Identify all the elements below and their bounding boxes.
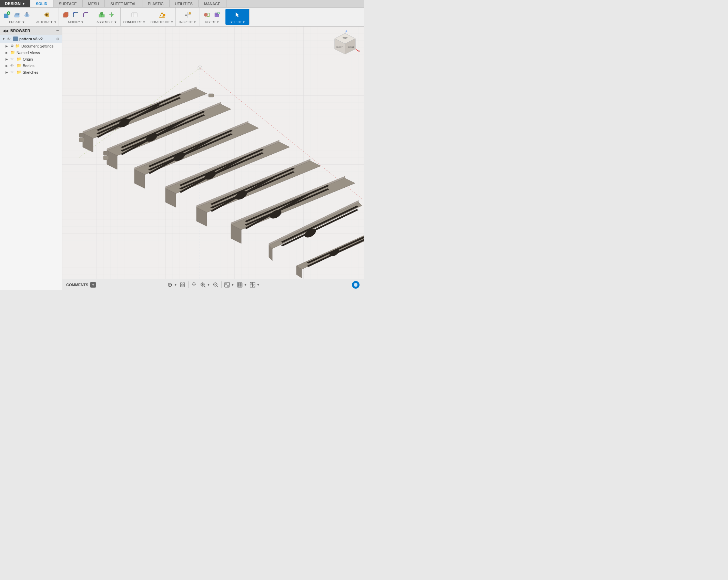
design-button[interactable]: DESIGN ▼	[0, 0, 30, 7]
toolbar-group-create[interactable]: CREATE ▼	[0, 8, 34, 26]
chamfer-icon[interactable]	[81, 10, 91, 20]
sketches-eye[interactable]: 👁	[10, 70, 15, 74]
view-cube[interactable]: TOP FRONT RIGHT Z X	[330, 30, 357, 58]
pan-btn[interactable]	[191, 281, 198, 289]
inspect-label: INSPECT ▼	[179, 20, 196, 24]
browser-header: ◀◀ BROWSER −	[0, 27, 62, 35]
revolve-icon[interactable]	[22, 10, 32, 20]
svg-rect-91	[240, 283, 241, 287]
new-body-icon[interactable]	[2, 10, 12, 20]
automate-icons	[42, 10, 51, 20]
sketches-arrow: ▶	[6, 71, 9, 74]
sidebar: ◀◀ BROWSER − ▼ 👁 pattern v8 v2 ⚙ ▶ ⚙ 📁 D…	[0, 27, 62, 290]
svg-rect-60	[209, 94, 214, 97]
toolbar-group-construct[interactable]: CONSTRUCT ▼	[148, 8, 176, 26]
doc-settings-label: Document Settings	[21, 44, 53, 48]
svg-text:X: X	[358, 50, 360, 52]
toolbar-group-automate[interactable]: AUTOMATE ▼	[34, 8, 59, 26]
inspect-icons	[183, 10, 193, 20]
grid-canvas	[62, 27, 364, 290]
origin-eye[interactable]: 👁	[10, 57, 15, 61]
assemble-label: ASSEMBLE ▼	[97, 20, 117, 24]
extrude-icon[interactable]	[12, 10, 22, 20]
view-mode-btn[interactable]: ▼	[236, 281, 247, 288]
doc-settings-icon[interactable]: ⚙	[56, 37, 60, 41]
toolbar-group-configure[interactable]: CONFIGURE ▼	[121, 8, 148, 26]
tab-manage[interactable]: MANAGE	[199, 0, 226, 7]
display-mode-btn[interactable]: ▼	[224, 281, 234, 288]
insert2-icon[interactable]	[212, 10, 222, 20]
bodies-arrow: ▶	[6, 64, 9, 68]
browser-item-sketches[interactable]: ▶ 👁 📁 Sketches	[0, 69, 62, 75]
viewport[interactable]: TOP FRONT RIGHT Z X	[62, 27, 364, 290]
toolbar-group-assemble[interactable]: ASSEMBLE ▼	[93, 8, 121, 26]
modify-label: MODIFY ▼	[68, 20, 84, 24]
doc-name: pattern v8 v2	[19, 37, 43, 41]
toolbar-group-inspect[interactable]: INSPECT ▼	[176, 8, 200, 26]
select-cursor-icon[interactable]	[233, 10, 242, 20]
toolbar-group-modify[interactable]: MODIFY ▼	[59, 8, 93, 26]
svg-point-31	[204, 13, 208, 17]
configure-label: CONFIGURE ▼	[123, 20, 145, 24]
named-views-folder: 📁	[10, 50, 15, 55]
configure-icon[interactable]	[130, 10, 139, 20]
tab-plastic[interactable]: PLASTIC	[142, 0, 170, 7]
svg-line-70	[355, 49, 358, 51]
svg-rect-12	[99, 14, 102, 17]
browser-minimize[interactable]: −	[56, 28, 59, 33]
insert-icon[interactable]	[202, 10, 212, 20]
add-comment-btn[interactable]: +	[90, 282, 96, 288]
main-content: ◀◀ BROWSER − ▼ 👁 pattern v8 v2 ⚙ ▶ ⚙ 📁 D…	[0, 27, 364, 290]
zoom-btn[interactable]: ▼	[200, 281, 210, 288]
automate-icon[interactable]	[42, 10, 51, 20]
svg-line-80	[204, 286, 205, 287]
toolbar-group-select[interactable]: SELECT ▼	[225, 9, 250, 25]
browser-item-doc-settings[interactable]: ▶ ⚙ 📁 Document Settings	[0, 43, 62, 49]
bodies-label: Bodies	[23, 64, 34, 68]
construct-icons	[157, 10, 167, 20]
tabs-row: DESIGN ▼ SOLID SURFACE MESH SHEET METAL …	[0, 0, 364, 8]
grid-display-btn[interactable]: ▼	[249, 281, 260, 288]
named-views-arrow: ▶	[6, 51, 9, 54]
sketches-label: Sketches	[23, 70, 38, 74]
insert-label: INSERT ▼	[204, 20, 219, 24]
construct-icon[interactable]	[157, 10, 167, 20]
grid-snap-btn[interactable]	[179, 281, 186, 288]
doc-settings-arrow: ▶	[6, 44, 9, 48]
tab-solid[interactable]: SOLID	[30, 0, 53, 7]
modify-icon[interactable]	[61, 10, 71, 20]
doc-collapse-arrow[interactable]: ▼	[2, 37, 6, 41]
svg-point-14	[100, 12, 103, 15]
svg-line-84	[217, 286, 218, 287]
zoom-fit-btn[interactable]	[212, 281, 219, 288]
svg-rect-75	[181, 283, 182, 284]
tab-surface[interactable]: SURFACE	[53, 0, 83, 7]
bodies-eye[interactable]: 👁	[10, 64, 15, 68]
joint-icon[interactable]	[107, 10, 117, 20]
bodies-folder: 📁	[17, 63, 21, 68]
tab-utilities[interactable]: UTILITIES	[170, 0, 199, 7]
modify-icons	[61, 10, 91, 20]
tab-mesh[interactable]: MESH	[83, 0, 105, 7]
origin-snap-btn[interactable]: ▼	[166, 281, 177, 288]
browser-item-origin[interactable]: ▶ 👁 📁 Origin	[0, 56, 62, 62]
comments-section: COMMENTS +	[66, 282, 96, 288]
svg-rect-30	[189, 12, 191, 14]
assemble-icon[interactable]	[97, 10, 107, 20]
inspect-icon[interactable]	[183, 10, 193, 20]
insert-icons	[202, 10, 222, 20]
origin-label: Origin	[23, 57, 33, 61]
doc-eye-icon[interactable]: 👁	[7, 37, 12, 41]
svg-point-17	[111, 14, 113, 16]
browser-item-bodies[interactable]: ▶ 👁 📁 Bodies	[0, 62, 62, 69]
toolbar-group-insert[interactable]: INSERT ▼	[200, 8, 224, 26]
fusion-logo	[352, 281, 360, 289]
fillet-icon[interactable]	[71, 10, 81, 20]
svg-rect-25	[163, 14, 165, 16]
top-section: DESIGN ▼ SOLID SURFACE MESH SHEET METAL …	[0, 0, 364, 27]
collapse-btn[interactable]: ◀◀	[3, 29, 8, 33]
browser-doc-row[interactable]: ▼ 👁 pattern v8 v2 ⚙	[0, 35, 62, 43]
tab-sheet-metal[interactable]: SHEET METAL	[105, 0, 142, 7]
app: DESIGN ▼ SOLID SURFACE MESH SHEET METAL …	[0, 0, 364, 290]
browser-item-named-views[interactable]: ▶ 📁 Named Views	[0, 49, 62, 56]
